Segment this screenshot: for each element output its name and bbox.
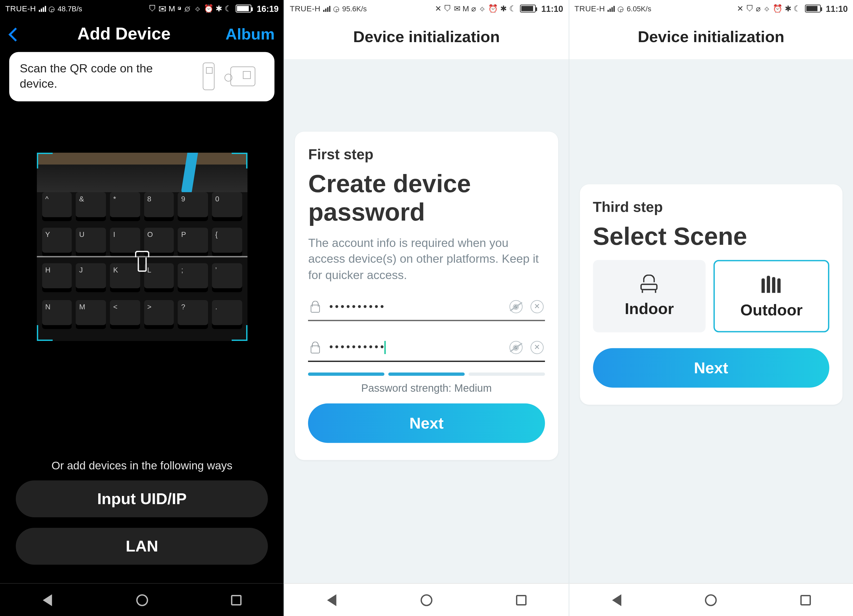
status-icons: ✕ ⛉ ⌀ ⟐ ⏰ ✱ ☾ [737,4,801,13]
carrier-label: TRUE-H [574,4,605,13]
nav-back-button[interactable] [323,591,340,608]
android-navbar [285,583,568,616]
password-field[interactable]: •••••••••• ◉ ✕ [308,295,545,321]
status-icons: ⛉ ✉ M ◪ ⌀ ⟐ ⏰ ✱ ☾ [149,4,232,13]
back-button[interactable] [5,25,22,42]
android-navbar [0,583,284,616]
nav-recent-button[interactable] [513,591,530,608]
clear-input-icon[interactable]: ✕ [530,341,543,354]
nav-home-button[interactable] [134,591,150,608]
alt-methods-label: Or add devices in the following ways [16,460,268,472]
next-button[interactable]: Next [308,403,545,443]
battery-icon [235,5,251,13]
step-label: Third step [593,199,829,216]
scene-option-indoor[interactable]: Indoor [593,259,706,332]
carrier-label: TRUE-H [5,4,36,13]
password-strength-label: Password strength: Medium [308,382,545,394]
sofa-icon [638,274,660,293]
wifi-icon: ◶ [333,4,340,13]
scanner-area: ^&*890 YUIOP{ HJKL;’ NM<>?. [0,113,284,449]
status-bar: TRUE-H ◶ 6.05K/s ✕ ⛉ ⌀ ⟐ ⏰ ✱ ☾ 11:10 [569,0,853,17]
device-illustration-icon [199,61,258,92]
fence-icon [760,275,783,294]
scene-card: Third step Select Scene Indoor Outdoor [580,184,842,404]
page-title: Device initialization [569,17,853,59]
camera-preview[interactable]: ^&*890 YUIOP{ HJKL;’ NM<>?. [36,152,247,341]
flashlight-button[interactable] [133,250,151,273]
password-card: First step Create device password The ac… [295,132,558,460]
text-caret [385,341,386,354]
toggle-visibility-icon[interactable]: ◉ [509,341,522,354]
kb-row: NM<>?. [42,300,242,329]
cellular-signal-icon [608,5,615,12]
nav-home-button[interactable] [418,591,435,608]
status-bar: TRUE-H ◶ 95.6K/s ✕ ⛉ ✉ M ⌀ ⟐ ⏰ ✱ ☾ 11:10 [285,0,568,17]
scene-label: Indoor [625,299,674,317]
card-desc: The account info is required when you ac… [308,235,545,283]
scan-hint-text: Scan the QR code on the device. [20,61,191,92]
network-speed: 48.7B/s [58,5,82,13]
nav-back-button[interactable] [608,591,625,608]
wifi-icon: ◶ [49,4,55,13]
page-title: Device initialization [285,17,568,59]
scene-label: Outdoor [740,300,803,319]
confirm-password-field[interactable]: •••••••••• ◉ ✕ [308,335,545,362]
header: Add Device Album [0,17,284,52]
cellular-signal-icon [38,5,46,12]
battery-icon [520,5,536,13]
nav-back-button[interactable] [39,591,56,608]
input-uid-ip-button[interactable]: Input UID/IP [16,481,268,517]
nav-recent-button[interactable] [797,591,814,608]
screen-add-device: TRUE-H ◶ 48.7B/s ⛉ ✉ M ◪ ⌀ ⟐ ⏰ ✱ ☾ 16:19… [0,0,284,616]
nav-recent-button[interactable] [228,591,245,608]
lan-button[interactable]: LAN [16,528,268,565]
scan-hint-card: Scan the QR code on the device. [9,52,275,102]
password-strength-meter [308,372,545,376]
toggle-visibility-icon[interactable]: ◉ [509,300,522,313]
clock: 16:19 [257,4,279,14]
clock: 11:10 [541,4,563,14]
clock: 11:10 [826,4,848,14]
battery-icon [805,5,821,13]
screen-select-scene: TRUE-H ◶ 6.05K/s ✕ ⛉ ⌀ ⟐ ⏰ ✱ ☾ 11:10 Dev… [568,0,853,616]
next-button[interactable]: Next [593,348,829,387]
card-title: Create device password [308,170,545,226]
confirm-password-value: •••••••••• [329,341,501,354]
card-title: Select Scene [593,223,829,250]
screen-create-password: TRUE-H ◶ 95.6K/s ✕ ⛉ ✉ M ⌀ ⟐ ⏰ ✱ ☾ 11:10… [284,0,568,616]
wifi-icon: ◶ [618,4,624,13]
status-icons: ✕ ⛉ ✉ M ⌀ ⟐ ⏰ ✱ ☾ [435,4,516,13]
network-speed: 6.05K/s [627,5,651,13]
clear-input-icon[interactable]: ✕ [530,300,543,313]
carrier-label: TRUE-H [290,4,320,13]
lock-icon [310,300,322,313]
scene-option-outdoor[interactable]: Outdoor [714,259,829,332]
password-value: •••••••••• [329,300,501,313]
nav-home-button[interactable] [703,591,719,608]
kb-row: ^&*890 [42,192,242,221]
status-bar: TRUE-H ◶ 48.7B/s ⛉ ✉ M ◪ ⌀ ⟐ ⏰ ✱ ☾ 16:19 [0,0,284,17]
album-button[interactable]: Album [226,25,275,43]
page-title: Add Device [77,24,171,44]
lock-icon [310,341,322,353]
network-speed: 95.6K/s [342,5,367,13]
step-label: First step [308,146,545,163]
cellular-signal-icon [323,5,330,12]
android-navbar [569,583,853,616]
